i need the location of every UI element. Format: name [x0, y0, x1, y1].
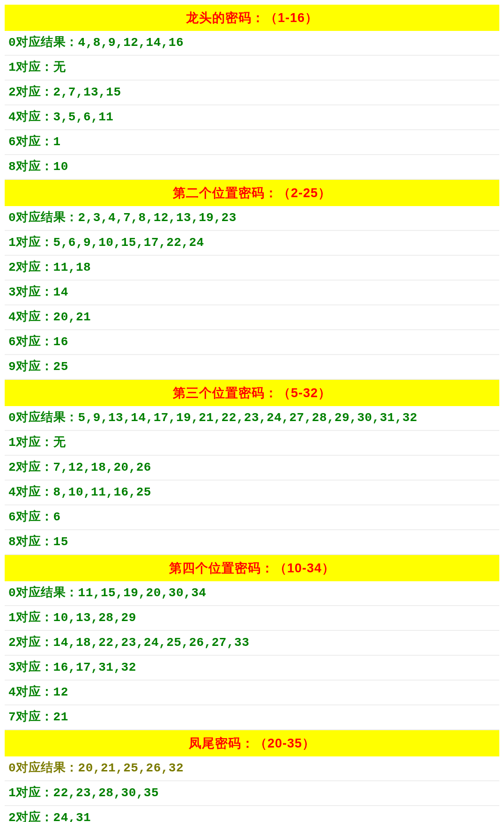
data-row: 3对应：14	[5, 281, 499, 305]
data-row: 6对应：1	[5, 130, 499, 155]
data-row: 8对应：10	[5, 155, 499, 180]
data-row: 4对应：8,10,11,16,25	[5, 481, 499, 505]
data-row: 1对应：22,23,28,30,35	[5, 781, 499, 806]
section-5: 凤尾密码：（20-35） 0对应结果：20,21,25,26,32 1对应：22…	[5, 730, 499, 822]
data-row: 1对应：10,13,28,29	[5, 606, 499, 631]
section-header: 龙头的密码：（1-16）	[5, 5, 499, 31]
data-row: 6对应：6	[5, 505, 499, 530]
section-header: 凤尾密码：（20-35）	[5, 730, 499, 756]
data-row: 4对应：3,5,6,11	[5, 105, 499, 130]
section-header: 第二个位置密码：（2-25）	[5, 180, 499, 206]
data-row: 1对应：5,6,9,10,15,17,22,24	[5, 231, 499, 256]
data-row: 2对应：11,18	[5, 256, 499, 281]
section-1: 龙头的密码：（1-16） 0对应结果：4,8,9,12,14,16 1对应：无 …	[5, 5, 499, 180]
data-row: 4对应：12	[5, 681, 499, 705]
section-2: 第二个位置密码：（2-25） 0对应结果：2,3,4,7,8,12,13,19,…	[5, 180, 499, 380]
data-row: 0对应结果：4,8,9,12,14,16	[5, 31, 499, 56]
data-row: 3对应：16,17,31,32	[5, 656, 499, 681]
section-header: 第三个位置密码：（5-32）	[5, 380, 499, 406]
data-row: 2对应：7,12,18,20,26	[5, 456, 499, 481]
data-row: 1对应：无	[5, 56, 499, 81]
data-row: 2对应：14,18,22,23,24,25,26,27,33	[5, 631, 499, 656]
data-row: 0对应结果：2,3,4,7,8,12,13,19,23	[5, 206, 499, 231]
data-row: 2对应：2,7,13,15	[5, 81, 499, 105]
data-row: 6对应：16	[5, 330, 499, 355]
data-row: 0对应结果：5,9,13,14,17,19,21,22,23,24,27,28,…	[5, 406, 499, 431]
data-row: 0对应结果：11,15,19,20,30,34	[5, 581, 499, 606]
section-3: 第三个位置密码：（5-32） 0对应结果：5,9,13,14,17,19,21,…	[5, 380, 499, 555]
data-row: 7对应：21	[5, 705, 499, 730]
data-row: 4对应：20,21	[5, 305, 499, 330]
table-container: 龙头的密码：（1-16） 0对应结果：4,8,9,12,14,16 1对应：无 …	[0, 0, 504, 822]
section-4: 第四个位置密码：（10-34） 0对应结果：11,15,19,20,30,34 …	[5, 555, 499, 730]
data-row: 1对应：无	[5, 431, 499, 456]
data-row: 2对应：24,31	[5, 806, 499, 822]
data-row: 8对应：15	[5, 530, 499, 555]
section-header: 第四个位置密码：（10-34）	[5, 555, 499, 581]
data-row: 0对应结果：20,21,25,26,32	[5, 756, 499, 781]
data-row: 9对应：25	[5, 355, 499, 380]
